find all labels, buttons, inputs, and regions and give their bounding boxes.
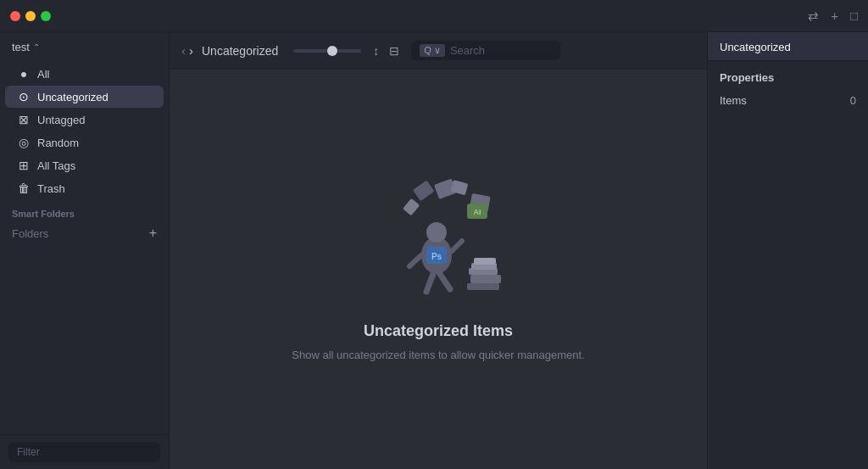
right-panel-header: Uncategorized [708,32,868,61]
sidebar-item-all-label: All [37,68,49,81]
toolbar: ‹ › Uncategorized ↕ ⊟ Q ∨ [170,32,707,70]
svg-line-12 [452,241,462,251]
sidebar-item-untagged[interactable]: ⊠ Untagged [5,109,164,131]
empty-state-subtitle: Show all uncategorized items to allow qu… [292,347,584,364]
properties-title: Properties [720,71,856,84]
breadcrumb: Uncategorized [202,44,278,58]
svg-line-13 [426,274,433,292]
main-content: AI Ps [170,70,707,469]
sidebar: test ⌃ ● All ⊙ Uncategorized ⊠ Untagged … [0,32,170,469]
toolbar-icons: ↕ ⊟ [373,44,399,58]
svg-text:Ps: Ps [431,252,442,261]
sidebar-item-random-label: Random [37,137,79,149]
svg-line-14 [440,274,450,289]
svg-rect-19 [467,283,499,290]
close-button[interactable] [10,11,20,21]
sidebar-item-random[interactable]: ◎ Random [5,131,164,154]
sidebar-item-all[interactable]: ● All [5,63,164,85]
items-label: Items [720,94,747,107]
sidebar-item-uncategorized-label: Uncategorized [37,91,108,103]
workspace-selector[interactable]: test ⌃ [0,32,169,59]
svg-rect-17 [474,258,496,265]
sidebar-item-all-tags-label: All Tags [37,159,75,172]
empty-state: Uncategorized Items Show all uncategoriz… [292,322,584,364]
items-value: 0 [850,94,856,107]
add-icon[interactable]: + [831,8,838,23]
sort-icon[interactable]: ↕ [373,44,379,58]
sidebar-item-uncategorized[interactable]: ⊙ Uncategorized [5,86,164,108]
uncategorized-icon: ⊙ [17,90,31,103]
all-icon: ● [17,67,31,81]
add-folder-button[interactable]: + [149,226,157,241]
main-layout: test ⌃ ● All ⊙ Uncategorized ⊠ Untagged … [0,32,868,469]
layout-icon[interactable]: □ [850,8,858,23]
svg-point-10 [426,222,447,243]
items-row: Items 0 [720,92,856,109]
minimize-button[interactable] [25,11,36,21]
workspace-name: test [12,41,30,53]
filter-input[interactable] [8,442,160,462]
titlebar-actions: ⇄ + □ [808,8,858,24]
sidebar-item-trash-label: Trash [37,182,65,195]
sidebar-items: ● All ⊙ Uncategorized ⊠ Untagged ◎ Rando… [0,59,169,434]
traffic-lights [10,11,51,21]
sidebar-item-trash[interactable]: 🗑 Trash [5,177,164,199]
svg-line-11 [409,255,421,266]
smart-folders-label: Smart Folders [0,200,169,221]
right-panel: Uncategorized Properties Items 0 [707,32,868,469]
zoom-slider-thumb [327,46,337,56]
sidebar-filter [0,434,169,469]
filter-icon[interactable]: ⊟ [389,44,399,58]
random-icon: ◎ [17,136,31,149]
content-area: ‹ › Uncategorized ↕ ⊟ Q ∨ [170,32,707,469]
untagged-icon: ⊠ [17,113,31,126]
empty-state-title: Uncategorized Items [292,322,584,340]
titlebar: ⇄ + □ [0,0,868,32]
maximize-button[interactable] [41,11,51,21]
nav-back-button[interactable]: ‹ [181,43,186,58]
folders-row: Folders + [0,221,169,245]
svg-rect-18 [470,275,501,283]
toolbar-nav: ‹ › [181,43,193,58]
transfer-icon[interactable]: ⇄ [808,8,819,24]
svg-text:AI: AI [474,208,481,216]
right-panel-properties: Properties Items 0 [708,61,868,119]
trash-icon: 🗑 [17,181,31,195]
svg-rect-2 [413,181,435,202]
nav-forward-button[interactable]: › [189,43,193,58]
empty-illustration: AI Ps [362,175,515,310]
sidebar-item-all-tags[interactable]: ⊞ All Tags [5,154,164,176]
search-box[interactable]: Q ∨ [411,41,560,60]
workspace-arrow: ⌃ [33,42,40,52]
zoom-slider[interactable] [293,49,361,53]
sidebar-item-untagged-label: Untagged [37,114,85,126]
search-input[interactable] [450,44,552,57]
folders-label: Folders [12,227,48,240]
svg-rect-4 [403,198,420,216]
all-tags-icon: ⊞ [17,159,31,172]
illustration-svg: AI Ps [362,175,515,310]
search-tag: Q ∨ [420,44,445,57]
